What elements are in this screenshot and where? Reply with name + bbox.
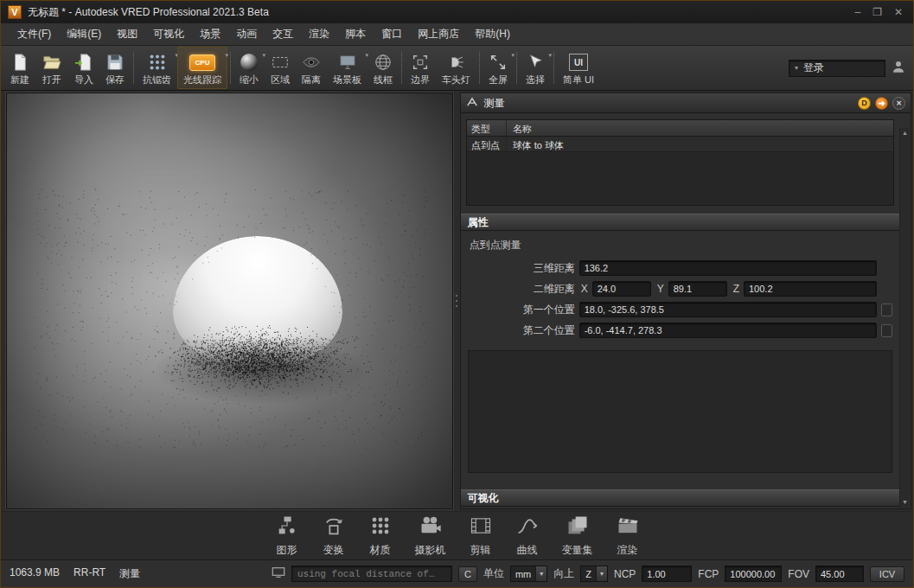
position-1-input[interactable]: [579, 302, 877, 317]
clip-module-button[interactable]: 剪辑: [465, 512, 496, 559]
measurement-panel-header[interactable]: 测量 D ➜ ✕: [461, 93, 911, 113]
antialias-button[interactable]: ▾ 抗锯齿: [137, 47, 177, 89]
toolbar-label: 抗锯齿: [143, 75, 171, 85]
module-label: 曲线: [517, 543, 538, 558]
toolbar-label: 边界: [411, 75, 430, 85]
menu-script[interactable]: 脚本: [337, 23, 374, 45]
material-module-button[interactable]: 材质: [365, 512, 396, 559]
flyout-arrow-icon[interactable]: ▾: [548, 52, 552, 59]
isolate-button[interactable]: 隔离: [296, 47, 327, 89]
flyout-arrow-icon[interactable]: ▾: [511, 52, 515, 59]
minimize-button[interactable]: –: [854, 6, 860, 18]
menu-visualization[interactable]: 可视化: [145, 23, 192, 45]
distance-z-input[interactable]: [744, 281, 877, 297]
restore-button[interactable]: ❐: [872, 6, 882, 18]
panel-scrollbar[interactable]: ▲ ▼: [899, 128, 910, 508]
menu-animation[interactable]: 动画: [228, 23, 265, 45]
sceneplate-button[interactable]: ▾ 场景板: [327, 47, 368, 89]
table-row[interactable]: 点到点 球体 to 球体: [467, 137, 893, 152]
raytrace-button[interactable]: ▾ CPU 光线跟踪: [177, 47, 227, 89]
menu-store[interactable]: 网上商店: [410, 23, 467, 45]
ncp-input[interactable]: [642, 566, 692, 582]
login-dropdown[interactable]: ▾ 登录: [789, 60, 885, 77]
wireframe-button[interactable]: 线框: [368, 47, 399, 89]
module-label: 材质: [370, 543, 391, 558]
panel-close-icon[interactable]: ✕: [892, 97, 905, 110]
unit-label: 单位: [483, 566, 504, 581]
module-icon: [466, 96, 478, 111]
user-icon[interactable]: [891, 59, 906, 77]
up-axis-select[interactable]: Z ▼: [580, 566, 608, 582]
module-label: 变量集: [562, 543, 593, 558]
render-module-button[interactable]: 渲染: [612, 512, 643, 559]
headlight-button[interactable]: 车头灯: [436, 47, 476, 89]
viewport-noise: [7, 93, 452, 508]
boundary-button[interactable]: 边界: [405, 47, 436, 89]
region-button[interactable]: 区域: [265, 47, 296, 89]
camera-module-button[interactable]: 摄影机: [412, 512, 450, 559]
window-title: 无标题 * - Autodesk VRED Professional 2021.…: [28, 5, 269, 20]
column-header-name[interactable]: 名称: [507, 120, 893, 136]
panel-title: 测量: [484, 96, 505, 111]
menu-render[interactable]: 渲染: [301, 23, 337, 45]
curve-module-button[interactable]: 曲线: [512, 512, 543, 559]
scroll-down-icon[interactable]: ▼: [902, 499, 908, 506]
toolbar-label: 保存: [105, 75, 125, 85]
c-button[interactable]: C: [458, 566, 477, 582]
transform-module-button[interactable]: 变换: [318, 512, 349, 559]
scroll-up-icon[interactable]: ▲: [902, 130, 908, 137]
unit-select[interactable]: mm ▼: [510, 566, 547, 582]
toolbar-label: 场景板: [333, 75, 361, 85]
distance-3d-input[interactable]: [579, 260, 877, 276]
close-button[interactable]: ✕: [894, 6, 903, 18]
toolbar-label: 线框: [374, 75, 393, 85]
pick-position-2-button[interactable]: [881, 324, 892, 337]
simple-ui-button[interactable]: UI 简单 UI: [557, 47, 600, 89]
flyout-arrow-icon[interactable]: ▾: [225, 52, 228, 59]
fcp-input[interactable]: [725, 566, 782, 582]
distance-3d-row: 三维距离: [470, 260, 892, 276]
import-button[interactable]: 导入: [68, 47, 99, 89]
new-button[interactable]: 新建: [4, 47, 35, 89]
render-viewport[interactable]: [6, 93, 453, 509]
menu-view[interactable]: 视图: [109, 23, 145, 45]
login-area: ▾ 登录: [789, 47, 910, 89]
fov-input[interactable]: [815, 566, 864, 582]
measurement-table: 类型 名称 点到点 球体 to 球体: [466, 119, 894, 206]
open-button[interactable]: 打开: [35, 47, 68, 89]
up-axis-label: 向上: [553, 566, 574, 581]
properties-section-header[interactable]: 属性: [461, 214, 899, 231]
transform-icon: [322, 514, 346, 540]
menu-scene[interactable]: 场景: [192, 23, 228, 45]
fullscreen-button[interactable]: ▾ 全屏: [483, 47, 514, 89]
menu-help[interactable]: 帮助(H): [467, 23, 518, 45]
distance-y-input[interactable]: [668, 281, 727, 297]
select-button[interactable]: ▾ 选择: [520, 47, 551, 89]
menu-window[interactable]: 窗口: [374, 23, 410, 45]
position-2-input[interactable]: [579, 323, 877, 338]
panel-splitter[interactable]: [453, 91, 460, 511]
import-icon: [74, 51, 93, 74]
graph-module-button[interactable]: 图形: [272, 512, 303, 559]
distance-2d-row: 二维距离 X Y Z: [470, 281, 892, 297]
visualization-section-header[interactable]: 可视化: [461, 489, 899, 507]
save-button[interactable]: 保存: [99, 47, 131, 89]
undock-icon[interactable]: ➜: [875, 97, 888, 110]
focal-distance-input[interactable]: [291, 566, 452, 582]
measurement-panel: 测量 D ➜ ✕ 类型 名称 点到点 球体 to 球体: [460, 93, 911, 509]
variants-module-button[interactable]: 变量集: [559, 512, 597, 559]
chevron-down-icon: ▼: [596, 566, 607, 581]
column-header-type[interactable]: 类型: [467, 120, 507, 136]
menu-interaction[interactable]: 交互: [265, 23, 301, 45]
menu-edit[interactable]: 编辑(E): [59, 23, 109, 45]
distance-x-input[interactable]: [592, 281, 651, 297]
d-badge[interactable]: D: [858, 97, 871, 110]
menu-file[interactable]: 文件(F): [10, 23, 59, 45]
comment-box[interactable]: [468, 350, 892, 473]
wireframe-globe-icon: [374, 51, 393, 74]
table-header: 类型 名称: [467, 120, 893, 137]
new-document-icon: [10, 51, 29, 74]
pick-position-1-button[interactable]: [881, 304, 892, 316]
zoom-out-button[interactable]: ▾ 缩小: [233, 47, 265, 89]
icv-button[interactable]: ICV: [870, 566, 904, 582]
